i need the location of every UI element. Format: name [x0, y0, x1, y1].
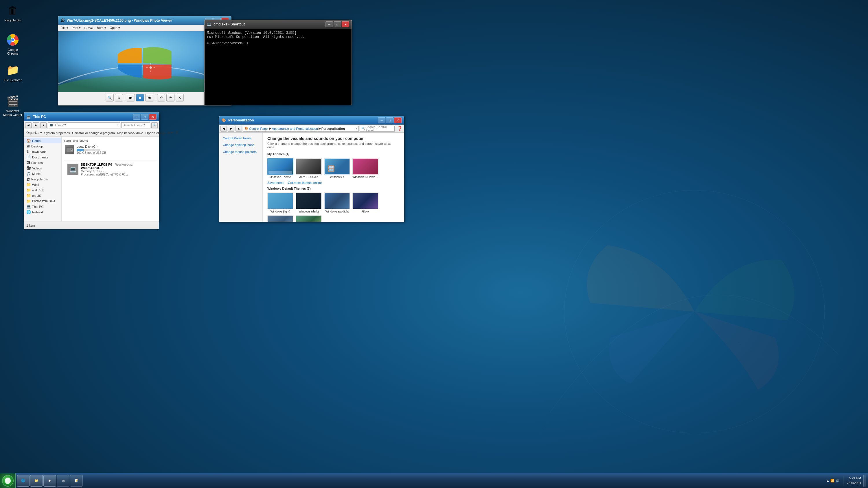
taskbar-app4[interactable]: 🖥	[57, 475, 69, 487]
cmd-maximize[interactable]: □	[334, 22, 341, 27]
pers-address-bar[interactable]: 🎨 Control Panel ▶ Appearance and Persona…	[243, 126, 359, 132]
taskbar-media[interactable]: ▶	[43, 475, 56, 487]
pers-maximize[interactable]: □	[386, 118, 394, 123]
pers-close[interactable]: ✕	[394, 118, 402, 123]
theme-sunrise[interactable]: Sunrise	[296, 216, 322, 222]
menu-open[interactable]: Open ▾	[110, 26, 120, 30]
sidebar-network[interactable]: 🌐 Network	[24, 209, 61, 215]
fe-minimize[interactable]: ─	[133, 114, 140, 120]
sidebar-desktop[interactable]: 🖥 Desktop	[24, 143, 61, 149]
fe-up-btn[interactable]: ▲	[40, 122, 46, 128]
pers-minimize[interactable]: ─	[378, 118, 385, 123]
sidebar-videos[interactable]: 🎥 Videos	[24, 165, 61, 171]
taskbar-explorer[interactable]: 📁	[30, 475, 43, 487]
fe-view-options[interactable]: ⊞ ▾	[168, 131, 173, 135]
pers-back[interactable]: ◀	[220, 126, 227, 132]
sidebar-pictures[interactable]: 🖼 Pictures	[24, 160, 61, 165]
fe-uninstall[interactable]: Uninstall or change a program	[72, 131, 115, 135]
pers-search[interactable]: 🔍 Search Control Panel	[360, 126, 395, 132]
cmd-minimize[interactable]: ─	[326, 22, 333, 27]
fe-forward-btn[interactable]: ▶	[33, 122, 39, 128]
pers-search-icon: 🔍	[361, 127, 365, 130]
theme-spotlight[interactable]: Windows spotlight	[324, 193, 350, 213]
rotate-right-btn[interactable]: ↷	[166, 94, 175, 101]
theme-win-light[interactable]: Windows (light)	[267, 193, 293, 213]
theme-glow-label: Glow	[352, 210, 378, 213]
desktop-icon-media-center[interactable]: 🎬 Windows Media Center	[1, 93, 24, 118]
sidebar-photos2023[interactable]: 📁 Photos from 2023	[24, 198, 61, 204]
delete-btn[interactable]: ✕	[176, 94, 184, 101]
file-explorer-title: This PC	[33, 115, 130, 119]
desktop-icon-recycle-bin[interactable]: 🗑 Recycle Bin	[1, 2, 24, 24]
fe-close[interactable]: ✕	[149, 114, 157, 120]
theme-glow[interactable]: Glow	[352, 193, 378, 213]
disk-c[interactable]: Local Disk (C:) 162 GB free of 232 GB	[64, 144, 157, 156]
cmd-content[interactable]: Microsoft Windows [Version 10.0.22631.31…	[205, 29, 351, 105]
theme-aero-seven[interactable]: Aero10: Seven	[296, 158, 322, 178]
downloads-icon: ⬇	[26, 150, 30, 154]
menu-email[interactable]: E-mail	[84, 26, 93, 30]
taskbar-apps: 🌐 📁 ▶ 🖥 📝	[16, 473, 84, 488]
theme-unsaved[interactable]: Unsaved Theme	[267, 158, 293, 178]
menu-print[interactable]: Print ▾	[72, 26, 81, 30]
sidebar-w7t108[interactable]: 📁 w7t_108	[24, 187, 61, 193]
fe-open-settings[interactable]: Open Settings	[146, 131, 166, 135]
disk-c-size: 162 GB free of 232 GB	[77, 151, 155, 154]
taskbar-ie[interactable]: 🌐	[17, 475, 30, 487]
pers-save-theme[interactable]: Save theme	[267, 181, 284, 185]
pers-sidebar-mouse[interactable]: Change mouse pointers	[219, 149, 262, 155]
next-btn[interactable]: ⏭	[145, 94, 153, 101]
pers-my-themes-title: My Themes (4)	[267, 152, 399, 156]
fe-search-btn[interactable]: 🔍	[151, 122, 158, 128]
fe-organize[interactable]: Organize ▾	[26, 131, 42, 135]
sidebar-documents[interactable]: 📄 Documents	[24, 154, 61, 160]
pers-sidebar-home[interactable]: Control Panel Home	[219, 135, 262, 142]
fe-back-btn[interactable]: ◀	[25, 122, 32, 128]
pers-forward[interactable]: ▶	[228, 126, 235, 132]
pers-titlebar[interactable]: 🎨 Personalization ─ □ ✕	[219, 116, 404, 125]
theme-win8flowers[interactable]: Windows 8 Flowers 1	[352, 158, 378, 178]
sidebar-win7[interactable]: 📁 Win7	[24, 182, 61, 187]
fe-address-bar[interactable]: 💻 This PC ▾	[48, 122, 120, 128]
taskbar-divider	[843, 477, 843, 485]
cmd-titlebar[interactable]: 💻 cmd.exe - Shortcut ─ □ ✕	[205, 20, 351, 29]
show-desktop-btn[interactable]	[863, 475, 866, 487]
theme-captured[interactable]: Captured Motion	[267, 216, 293, 222]
taskbar-app5[interactable]: 📝	[70, 475, 83, 487]
menu-burn[interactable]: Burn ▾	[97, 26, 106, 30]
sidebar-recycle-label: Recycle Bin	[31, 177, 48, 181]
sidebar-recycle[interactable]: 🗑 Recycle Bin	[24, 176, 61, 182]
desktop-icon-file-explorer[interactable]: 📁 File Explorer	[1, 62, 24, 83]
slideshow-btn[interactable]: ⏺	[136, 94, 144, 101]
tray-arrow[interactable]: ▲	[826, 479, 829, 482]
pers-breadcrumb-icon: 🎨	[245, 127, 249, 130]
theme-windows7[interactable]: 🪟 Windows 7	[324, 158, 350, 178]
theme-win-dark[interactable]: Windows (dark)	[296, 193, 322, 213]
zoom-btn[interactable]: 🔍	[105, 94, 114, 101]
pers-up[interactable]: ▲	[236, 126, 242, 132]
file-explorer-titlebar[interactable]: 💻 This PC ─ □ ✕	[24, 112, 159, 121]
pers-help[interactable]: ❓	[397, 126, 403, 131]
fe-maximize[interactable]: □	[141, 114, 148, 120]
start-button[interactable]	[0, 473, 16, 488]
sidebar-downloads[interactable]: ⬇ Downloads	[24, 149, 61, 154]
fe-system-props[interactable]: System properties	[44, 131, 70, 135]
theme-spotlight-preview	[324, 193, 350, 209]
prev-btn[interactable]: ⏮	[127, 94, 135, 101]
desktop-icon-google-chrome[interactable]: Google Chrome	[1, 32, 24, 57]
taskbar-clock[interactable]: 5:24 PM 7/26/2024	[847, 476, 861, 485]
rotate-left-btn[interactable]: ↶	[157, 94, 165, 101]
pers-get-themes[interactable]: Get more themes online	[288, 181, 322, 185]
theme-aero-preview	[296, 158, 322, 175]
sidebar-music[interactable]: 🎵 Music	[24, 171, 61, 176]
sidebar-enus[interactable]: 📁 en-US	[24, 193, 61, 198]
fe-map-network[interactable]: Map network drive	[117, 131, 143, 135]
zoom-out-btn[interactable]: ⊖	[115, 94, 123, 101]
sidebar-home[interactable]: 🏠 Home	[24, 138, 61, 143]
fe-details-btn[interactable]: ☰	[175, 131, 178, 135]
sidebar-thispc[interactable]: 💻 This PC	[24, 204, 61, 209]
menu-file[interactable]: File ▾	[60, 26, 68, 30]
fe-search-input[interactable]	[121, 122, 150, 128]
cmd-close[interactable]: ✕	[342, 22, 349, 27]
pers-sidebar-desktop-icons[interactable]: Change desktop icons	[219, 142, 262, 148]
